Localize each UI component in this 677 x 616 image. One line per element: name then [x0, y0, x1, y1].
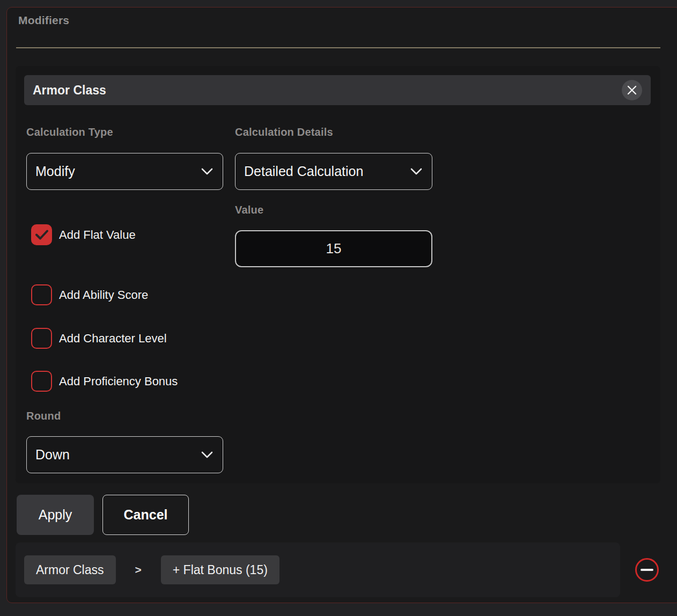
x-icon	[627, 85, 637, 95]
checkbox-row-add-flat-value: Add Flat Value	[31, 224, 136, 245]
add-flat-value-checkbox[interactable]	[31, 224, 52, 245]
section-divider	[16, 47, 660, 48]
round-label: Round	[26, 410, 61, 422]
calculation-details-select[interactable]: Detailed Calculation	[235, 153, 432, 190]
checkbox-row-add-character-level: Add Character Level	[31, 328, 167, 349]
minus-icon	[641, 569, 653, 571]
add-character-level-label: Add Character Level	[59, 332, 167, 346]
add-proficiency-bonus-label: Add Proficiency Bonus	[59, 375, 178, 388]
chip-separator: >	[135, 563, 142, 576]
modifier-list-row: Armor Class > + Flat Bonus (15)	[16, 542, 620, 597]
add-proficiency-bonus-checkbox[interactable]	[31, 371, 52, 392]
add-character-level-checkbox[interactable]	[31, 328, 52, 349]
chevron-down-icon	[201, 451, 213, 458]
modifier-editor-card: Armor Class Calculation Type Calculation…	[16, 66, 660, 483]
add-ability-score-label: Add Ability Score	[59, 288, 148, 302]
modifiers-panel: Modifiers Armor Class Calculation Type C…	[6, 7, 677, 603]
chevron-down-icon	[201, 168, 213, 175]
remove-modifier-button[interactable]	[635, 558, 659, 582]
modifier-title: Armor Class	[33, 83, 106, 98]
add-flat-value-label: Add Flat Value	[59, 228, 136, 242]
modifier-header-bar: Armor Class	[24, 75, 651, 105]
check-icon	[35, 230, 48, 240]
modifier-effect-chip[interactable]: + Flat Bonus (15)	[161, 555, 279, 584]
calculation-details-label: Calculation Details	[235, 126, 333, 138]
add-ability-score-checkbox[interactable]	[31, 284, 52, 305]
round-value: Down	[35, 447, 70, 463]
calculation-type-value: Modify	[35, 164, 75, 179]
cancel-button[interactable]: Cancel	[102, 495, 189, 535]
round-select[interactable]: Down	[26, 436, 223, 473]
checkbox-row-add-ability-score: Add Ability Score	[31, 284, 148, 305]
calculation-type-label: Calculation Type	[26, 126, 113, 138]
modifier-target-chip[interactable]: Armor Class	[24, 555, 116, 584]
section-title: Modifiers	[18, 14, 69, 27]
value-input[interactable]	[235, 230, 432, 267]
apply-button[interactable]: Apply	[17, 495, 94, 535]
value-label: Value	[235, 204, 263, 216]
checkbox-row-add-proficiency-bonus: Add Proficiency Bonus	[31, 371, 178, 392]
calculation-type-select[interactable]: Modify	[26, 153, 223, 190]
close-button[interactable]	[622, 80, 642, 100]
chevron-down-icon	[410, 168, 422, 175]
calculation-details-value: Detailed Calculation	[244, 164, 363, 179]
